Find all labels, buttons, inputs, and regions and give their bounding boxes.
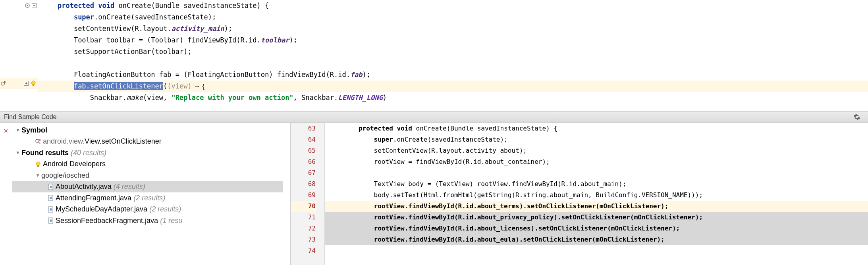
tree-file[interactable]: AboutActivity.java (4 results) [12, 181, 283, 193]
line-number[interactable]: 64 [291, 134, 316, 145]
main-editor-code[interactable]: protected void onCreate(Bundle savedInst… [38, 0, 868, 111]
string-literal: "Replace with your own action" [172, 94, 293, 102]
tree-provider[interactable]: Android Developers [12, 159, 283, 170]
line-number[interactable]: 65 [291, 145, 316, 156]
panel-title: Find Sample Code [4, 113, 57, 121]
line-number[interactable]: 67 [291, 167, 316, 179]
tree-file[interactable]: MyScheduleDayAdapter.java (2 results) [12, 204, 283, 215]
gear-icon[interactable] [853, 113, 861, 121]
find-sample-panel-header: Find Sample Code [0, 111, 868, 123]
close-icon[interactable]: ✕ [0, 123, 12, 134]
svg-rect-14 [37, 165, 39, 167]
tree-file[interactable]: SessionFeedbackFragment.java (1 resu [12, 215, 283, 227]
selected-text: fab.setOnClickListener [74, 82, 163, 90]
line-number[interactable]: 74 [291, 245, 316, 256]
code-line[interactable] [325, 245, 868, 256]
line-number[interactable]: 63 [291, 123, 316, 134]
main-editor-gutter[interactable] [0, 0, 38, 111]
code-line[interactable]: super.onCreate(savedInstanceState); [325, 134, 868, 145]
svg-rect-9 [33, 84, 34, 86]
code-line[interactable]: protected void onCreate(Bundle savedInst… [325, 123, 868, 134]
svg-point-12 [39, 139, 41, 141]
lookup-icon [34, 138, 42, 146]
java-file-icon [47, 194, 55, 202]
code-line[interactable] [325, 167, 868, 179]
override-icon [25, 3, 30, 8]
line-number[interactable]: 68 [291, 179, 316, 190]
code-line[interactable]: rootView.findViewById(R.id.about_terms).… [325, 201, 868, 212]
svg-point-1 [27, 5, 28, 6]
tree-symbol-value[interactable]: android.view.View.setOnClickListener [12, 136, 283, 148]
code-line[interactable]: rootView.findViewById(R.id.about_license… [325, 223, 868, 234]
find-sample-panel: ✕ ▼Symbol android.view.View.setOnClickLi… [0, 123, 868, 265]
svg-point-18 [50, 197, 52, 199]
line-number[interactable]: 66 [291, 156, 316, 167]
results-tree[interactable]: ✕ ▼Symbol android.view.View.setOnClickLi… [0, 123, 291, 265]
implement-up-icon [1, 81, 6, 86]
java-file-icon [47, 217, 55, 225]
code-text [41, 2, 58, 10]
line-number[interactable]: 72 [291, 223, 316, 234]
fold-minus-icon[interactable] [32, 3, 37, 8]
tree-symbol-header[interactable]: ▼Symbol [12, 125, 283, 136]
svg-point-13 [36, 162, 40, 166]
bulb-icon[interactable] [30, 80, 37, 86]
code-line[interactable]: body.setText(Html.fromHtml(getString(R.s… [325, 190, 868, 201]
tree-found-header[interactable]: ▼Found results (40 results) [12, 147, 283, 159]
keyword: super [74, 13, 94, 21]
java-file-icon [47, 183, 55, 191]
line-number[interactable]: 71 [291, 212, 316, 223]
fold-plus-icon[interactable] [24, 81, 29, 86]
svg-point-22 [50, 219, 52, 222]
line-number[interactable]: 70 [291, 201, 316, 212]
svg-line-11 [39, 142, 40, 144]
java-file-icon [47, 205, 55, 213]
code-line[interactable]: rootView.findViewById(R.id.about_eula).s… [325, 234, 868, 245]
tree-repo[interactable]: ▼google/iosched [12, 170, 283, 181]
tree-file[interactable]: AttendingFragment.java (2 results) [12, 192, 283, 204]
code-line[interactable]: rootView.findViewById(R.id.about_privacy… [325, 212, 868, 223]
line-number[interactable]: 73 [291, 234, 316, 245]
svg-point-20 [50, 208, 52, 211]
line-number[interactable]: 69 [291, 190, 316, 201]
sample-editor[interactable]: 636465666768697071727374 protected void … [291, 123, 868, 265]
code-line[interactable]: TextView body = (TextView) rootView.find… [325, 179, 868, 190]
svg-point-16 [50, 186, 52, 188]
sample-editor-code[interactable]: protected void onCreate(Bundle savedInst… [325, 123, 868, 265]
sample-editor-gutter[interactable]: 636465666768697071727374 [291, 123, 325, 265]
keyword: protected [58, 2, 94, 10]
bulb-icon [34, 160, 42, 168]
main-editor[interactable]: protected void onCreate(Bundle savedInst… [0, 0, 868, 111]
code-line[interactable]: setContentView(R.layout.activity_about); [325, 145, 868, 156]
svg-point-8 [31, 81, 35, 85]
code-line[interactable]: rootView = findViewById(R.id.about_conta… [325, 156, 868, 167]
svg-point-10 [36, 139, 39, 142]
keyword: void [98, 2, 114, 10]
